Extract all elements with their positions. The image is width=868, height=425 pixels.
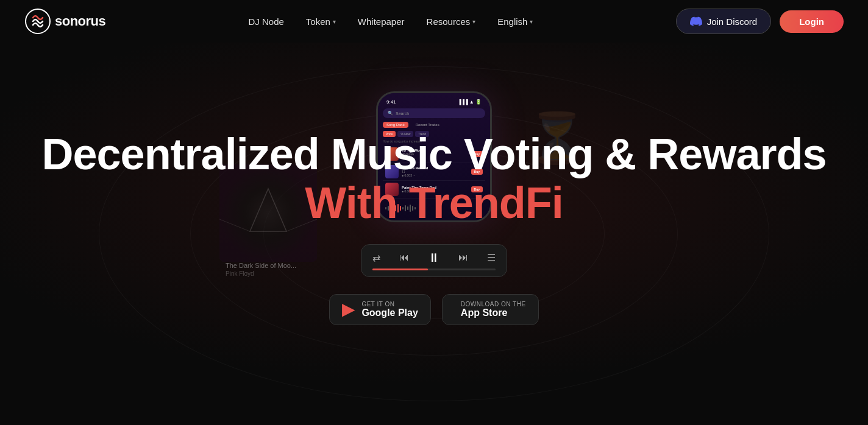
google-play-main: Google Play <box>361 307 418 318</box>
album-artist-bg: Pink Floyd <box>226 270 254 277</box>
shuffle-button[interactable]: ⇄ <box>372 252 380 264</box>
player-progress-fill <box>372 269 428 270</box>
logo-text: sonorus <box>55 13 105 29</box>
app-store-main: App Store <box>461 307 526 318</box>
discord-icon <box>690 15 702 27</box>
pause-button[interactable]: ⏸ <box>428 251 440 265</box>
player-progress-bar[interactable] <box>372 269 496 270</box>
hero-section: The Dark Side of Moo... Pink Floyd ⏳ 9:4… <box>0 43 868 425</box>
nav-item-whitepaper[interactable]: Whitepaper <box>358 16 405 27</box>
google-play-icon: ▶ <box>342 301 355 318</box>
nav-item-token[interactable]: Token ▾ <box>306 16 336 27</box>
chevron-icon: ▾ <box>333 18 336 25</box>
playlist-button[interactable]: ☰ <box>487 252 496 264</box>
nav-link-whitepaper[interactable]: Whitepaper <box>358 16 405 27</box>
app-badges: ▶ GET IT ON Google Play Download on the … <box>329 294 538 325</box>
logo-icon <box>24 8 51 35</box>
tab-recent-trades: Recent Trades <box>412 122 443 128</box>
phone-signal: ▐▐▐ ▲ 🔋 <box>458 99 482 105</box>
chevron-icon: ▾ <box>530 18 533 25</box>
logo[interactable]: sonorus <box>24 8 105 35</box>
nav-link-token[interactable]: Token ▾ <box>306 16 336 27</box>
player-controls: ⇄ ⏮ ⏸ ⏭ ☰ <box>372 251 496 265</box>
app-store-text: Download on the App Store <box>461 301 526 318</box>
prev-button[interactable]: ⏮ <box>399 252 409 263</box>
nav-links: DJ Node Token ▾ Whitepaper Resources ▾ E… <box>248 16 533 27</box>
nav-item-language[interactable]: English ▾ <box>497 16 533 27</box>
google-play-sub: GET IT ON <box>361 301 418 307</box>
phone-search-bar: 🔍 Search <box>383 108 485 118</box>
nav-right: Join Discord Login <box>676 9 844 34</box>
google-play-text: GET IT ON Google Play <box>361 301 418 318</box>
nav-link-resources[interactable]: Resources ▾ <box>427 16 476 27</box>
nav-item-resources[interactable]: Resources ▾ <box>427 16 476 27</box>
app-store-sub: Download on the <box>461 301 526 307</box>
phone-tabs: Song Rank Recent Trades <box>383 122 485 128</box>
login-button[interactable]: Login <box>780 10 844 33</box>
phone-time: 9:41 <box>386 99 396 105</box>
headline-line1: Decentralized <box>42 130 319 178</box>
album-title-bg: The Dark Side of Moo... <box>226 262 296 269</box>
next-button[interactable]: ⏭ <box>458 252 468 263</box>
chevron-icon: ▾ <box>472 18 475 25</box>
nav-link-language[interactable]: English ▾ <box>497 16 533 27</box>
phone-status-bar: 9:41 ▐▐▐ ▲ 🔋 <box>383 98 485 106</box>
nav-item-djnode[interactable]: DJ Node <box>248 16 283 27</box>
headline-line2: Music Voting & Rewards <box>331 130 827 178</box>
app-store-badge[interactable]: Download on the App Store <box>442 294 539 325</box>
nav-link-djnode[interactable]: DJ Node <box>248 16 283 27</box>
navbar: sonorus DJ Node Token ▾ Whitepaper Resou… <box>0 0 868 43</box>
hero-text: Decentralized Music Voting & Rewards Wit… <box>42 130 827 227</box>
music-player-bar: ⇄ ⏮ ⏸ ⏭ ☰ <box>361 244 507 277</box>
search-icon: 🔍 <box>388 111 393 116</box>
headline-trendfi: With TrendFi <box>42 179 827 227</box>
google-play-badge[interactable]: ▶ GET IT ON Google Play <box>329 294 430 325</box>
join-discord-button[interactable]: Join Discord <box>676 9 772 34</box>
tab-song-rank: Song Rank <box>383 122 408 128</box>
hero-headline: Decentralized Music Voting & Rewards Wit… <box>42 130 827 227</box>
